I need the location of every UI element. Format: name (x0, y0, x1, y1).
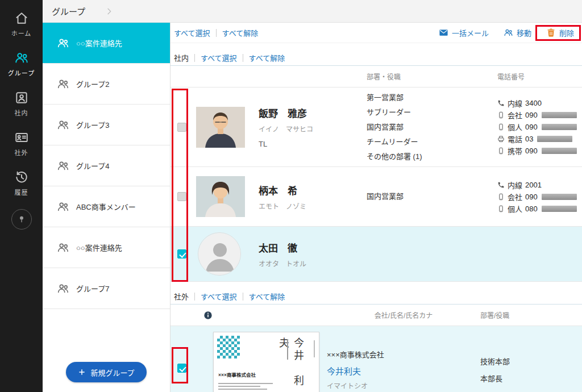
phone-receiver-icon (497, 99, 505, 107)
nav-item-home[interactable]: ホーム (0, 3, 43, 43)
row-checkbox[interactable] (177, 249, 186, 258)
group-icon (57, 78, 69, 90)
phone-line: 内線 2001 (497, 179, 582, 191)
phone-line: 個人 090 (497, 121, 582, 133)
nav-label: 社外 (15, 148, 28, 157)
mobile-phone-icon (497, 123, 505, 131)
redacted-number (542, 194, 577, 200)
info-icon (203, 311, 213, 320)
nav-item-external[interactable]: 社外 (0, 123, 43, 162)
chevron-right-icon (105, 7, 114, 16)
group-icon (57, 282, 69, 295)
nav-item-internal[interactable]: 社内 (0, 83, 43, 123)
bulk-mail-label: 一括メール (452, 27, 489, 38)
divider (216, 29, 217, 37)
internal-deselect-all-link[interactable]: すべて解除 (249, 52, 285, 63)
external-column-headers: 会社/氏名/氏名カナ 部署/役職 (171, 305, 582, 326)
card-checker-pattern (217, 336, 240, 358)
divider (243, 293, 243, 301)
contact-departments: 国内営業部 (367, 191, 492, 202)
nav-item-history[interactable]: 履歴 (0, 162, 43, 202)
redacted-number (542, 112, 577, 118)
column-header-phone: 電話番号 (492, 72, 582, 81)
avatar-placeholder (198, 232, 241, 276)
group-icon (57, 201, 69, 213)
external-select-all-link[interactable]: すべて選択 (201, 291, 237, 302)
column-header-department: 部署・役職 (367, 72, 492, 81)
nav-label: グループ (8, 68, 35, 77)
contact-name: 飯野 雅彦 (259, 106, 367, 120)
group-icon (57, 119, 69, 131)
group-icon (14, 51, 29, 65)
external-contact-name-link[interactable]: 今井利夫 (327, 365, 480, 377)
group-label: ABC商事メンバー (76, 201, 136, 212)
breadcrumb: グループ (52, 5, 85, 17)
new-group-button[interactable]: 新規グループ (66, 362, 147, 382)
mobile-phone-icon (497, 205, 505, 212)
phone-line: 個人 080 (497, 203, 582, 215)
external-section-bar: 社外 すべて選択 すべて解除 (171, 289, 582, 305)
group-list-item[interactable]: ○○案件連絡先 (43, 227, 170, 268)
group-panel: ○○案件連絡先 グループ2 グループ3 グループ4 ABC商事メンバー ○○案件… (43, 23, 171, 392)
external-section-label: 社外 (174, 291, 189, 302)
bulk-mail-button[interactable]: 一括メール (439, 27, 489, 38)
contact-name: 柄本 希 (259, 183, 367, 197)
group-label: グループ2 (76, 78, 109, 89)
group-list-item[interactable]: ABC商事メンバー (43, 186, 170, 227)
phone-receiver-icon (497, 181, 505, 189)
contact-row[interactable]: 飯野 雅彦 イイノ マサヒコ TL 第一営業部 サブリーダー 国内営業部 チーム… (171, 87, 582, 167)
group-label: ○○案件連絡先 (76, 37, 122, 48)
card-text-bar (314, 340, 315, 357)
delete-label: 削除 (559, 27, 574, 38)
contact-photo (196, 176, 245, 217)
internal-contacts-icon (14, 90, 29, 105)
mobile-phone-icon (497, 111, 505, 119)
nav-label: ホーム (11, 28, 32, 37)
divider (194, 54, 195, 62)
redacted-number (542, 206, 577, 212)
contact-row-selected[interactable]: 太田 徹 オオタ トオル (171, 227, 582, 282)
select-all-link[interactable]: すべて選択 (174, 27, 210, 38)
contact-kana: エモト ノゾミ (259, 201, 367, 211)
group-list-item[interactable]: グループ2 (43, 64, 170, 105)
nav-label: 履歴 (15, 187, 28, 197)
external-deselect-all-link[interactable]: すべて解除 (249, 291, 285, 302)
nav-item-group[interactable]: グループ (0, 43, 43, 83)
redacted-number (542, 124, 577, 130)
group-label: ○○案件連絡先 (76, 242, 122, 253)
contact-kana: イイノ マサヒコ (259, 124, 367, 134)
contact-row[interactable]: 柄本 希 エモト ノゾミ 国内営業部 内線 2001 会社 090 (171, 167, 582, 227)
deselect-all-link[interactable]: すべて解除 (222, 27, 259, 38)
group-list-item[interactable]: グループ7 (43, 268, 170, 309)
mobile-phone-icon (497, 193, 505, 201)
delete-button[interactable]: 削除 (546, 27, 574, 38)
top-bar: グループ (43, 0, 582, 23)
redacted-number (537, 136, 572, 142)
business-card: 今井 利夫 ×××商事株式会社 (213, 332, 319, 392)
card-address-lines (218, 381, 273, 390)
pin-icon (17, 215, 26, 224)
column-header-department: 部署/役職 (480, 310, 582, 320)
phone-line: 会社 090 (497, 109, 582, 121)
card-company: ×××商事株式会社 (218, 371, 256, 378)
toolbar-actions: 一括メール 移動 削除 (439, 27, 574, 38)
move-button[interactable]: 移動 (504, 27, 531, 38)
new-group-label: 新規グループ (90, 367, 134, 378)
row-checkbox[interactable] (177, 364, 186, 373)
phone-line: 携帯 090 (497, 145, 582, 157)
pin-button[interactable] (11, 209, 32, 230)
external-contact-row[interactable]: 今井 利夫 ×××商事株式会社 ×××商事株式会社 今井利夫 イマイトシオ 技術… (171, 326, 582, 392)
group-list-item[interactable]: グループ4 (43, 145, 170, 186)
internal-select-all-link[interactable]: すべて選択 (201, 52, 237, 63)
group-list-item[interactable]: グループ3 (43, 105, 170, 145)
row-checkbox[interactable] (177, 192, 186, 201)
group-label: グループ4 (76, 160, 109, 171)
external-contact-kana: イマイトシオ (327, 381, 480, 390)
divider (194, 293, 195, 301)
group-list-item[interactable]: ○○案件連絡先 (43, 23, 170, 64)
internal-section-label: 社内 (174, 52, 189, 63)
group-label: グループ3 (76, 119, 109, 130)
row-checkbox[interactable] (177, 123, 186, 132)
card-text-bar (287, 339, 289, 360)
envelope-icon (439, 28, 448, 37)
